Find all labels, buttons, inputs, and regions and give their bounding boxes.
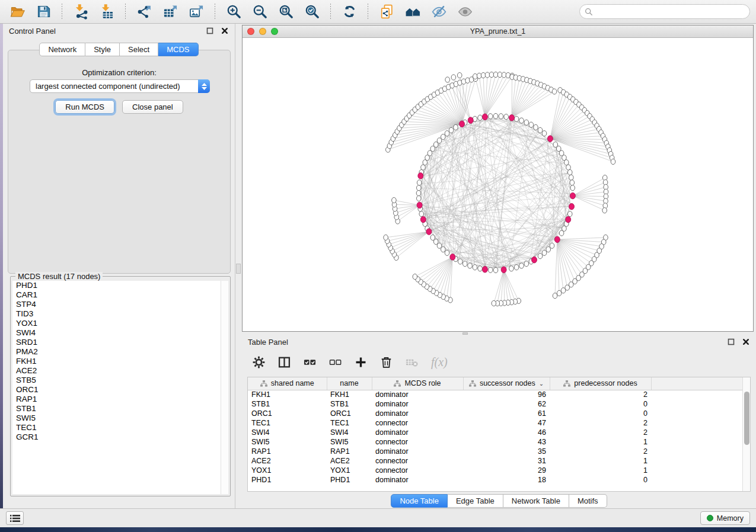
mcds-result-item[interactable]: STP4 <box>12 300 228 309</box>
mcds-result-item[interactable]: PHD1 <box>12 281 228 290</box>
toggle-columns-icon[interactable] <box>278 354 291 370</box>
tab-network[interactable]: Network <box>39 43 85 56</box>
scrollbar-thumb[interactable] <box>744 392 749 445</box>
mcds-result-item[interactable]: SRD1 <box>12 338 228 347</box>
close-panel-icon[interactable] <box>742 338 750 346</box>
column-header-predecessor-nodes[interactable]: predecessor nodes <box>550 377 651 390</box>
search-input[interactable] <box>596 7 745 16</box>
tab-motifs[interactable]: Motifs <box>569 494 607 508</box>
zoom-out-icon[interactable] <box>248 2 271 22</box>
table-cell: 2 <box>550 390 651 399</box>
zoom-selected-icon[interactable] <box>301 2 323 22</box>
status-bar: Memory <box>0 508 756 527</box>
table-row[interactable]: STB1STB1dominator620 <box>248 399 743 409</box>
optimization-criterion-select[interactable]: largest connected component (undirected) <box>30 79 210 93</box>
add-column-icon[interactable] <box>355 354 367 370</box>
table-row[interactable]: FKH1FKH1dominator962 <box>248 390 743 399</box>
table-row[interactable]: PHD1PHD1dominator180 <box>248 475 743 485</box>
mcds-result-item[interactable]: ACE2 <box>12 366 228 376</box>
table-cell: YOX1 <box>248 466 327 475</box>
tab-node-table[interactable]: Node Table <box>391 494 448 508</box>
zoom-fit-icon[interactable] <box>275 2 297 22</box>
mcds-result-item[interactable]: STB5 <box>12 376 228 385</box>
table-row[interactable]: SWI5SWI5connector431 <box>248 437 743 447</box>
table-cell: dominator <box>372 428 463 437</box>
table-cell: 62 <box>463 399 550 409</box>
mcds-result-item[interactable]: TEC1 <box>12 423 228 432</box>
table-cell-filler <box>651 456 743 466</box>
table-row[interactable]: ORC1ORC1dominator610 <box>248 409 743 418</box>
table-cell: ORC1 <box>327 409 372 418</box>
tab-style[interactable]: Style <box>85 43 120 56</box>
table-cell: ORC1 <box>248 409 327 418</box>
float-panel-icon[interactable] <box>728 338 735 346</box>
mcds-result-item[interactable]: RAP1 <box>12 395 228 404</box>
zoom-in-icon[interactable] <box>222 2 245 22</box>
mcds-result-item[interactable]: SWI4 <box>12 328 228 338</box>
save-session-icon[interactable] <box>32 2 55 22</box>
splitter-handle[interactable] <box>462 332 468 335</box>
control-panel-tabs: NetworkStyleSelectMCDS <box>3 43 235 56</box>
mcds-result-item[interactable]: FKH1 <box>12 357 228 366</box>
export-table-icon[interactable] <box>159 2 181 22</box>
select-all-columns-icon[interactable] <box>304 354 316 370</box>
copy-network-icon[interactable] <box>375 2 398 22</box>
vertical-splitter[interactable] <box>235 24 242 508</box>
export-image-icon[interactable] <box>185 2 208 22</box>
mcds-result-item[interactable]: YOX1 <box>12 319 228 328</box>
tab-edge-table[interactable]: Edge Table <box>448 494 503 508</box>
mcds-result-item[interactable]: SWI5 <box>12 414 228 423</box>
column-header-shared-name[interactable]: shared name <box>248 377 327 390</box>
column-header-successor-nodes[interactable]: successor nodes⌄ <box>463 377 550 390</box>
import-network-icon[interactable] <box>69 2 92 22</box>
search-box[interactable] <box>579 4 750 19</box>
mcds-list-scrollbar[interactable] <box>221 281 228 494</box>
export-network-icon[interactable] <box>133 2 155 22</box>
list-menu-icon <box>10 514 20 523</box>
table-row[interactable]: RAP1RAP1dominator352 <box>248 447 743 456</box>
column-settings-icon[interactable] <box>253 354 265 370</box>
mcds-result-item[interactable]: GCR1 <box>12 432 228 442</box>
status-menu-button[interactable] <box>6 511 24 525</box>
first-neighbors-icon[interactable] <box>401 2 424 22</box>
table-cell: 2 <box>550 447 651 456</box>
table-row[interactable]: ACE2ACE2connector311 <box>248 456 743 466</box>
network-window-titlebar[interactable]: YPA_prune.txt_1 <box>243 25 753 38</box>
mcds-result-list[interactable]: PHD1CAR1STP4TID3YOX1SWI4SRD1PMA2FKH1ACE2… <box>12 281 228 494</box>
close-panel-icon[interactable] <box>221 27 229 35</box>
hide-selected-icon[interactable] <box>428 2 450 22</box>
table-row[interactable]: YOX1YOX1connector291 <box>248 466 743 475</box>
table-cell: RAP1 <box>327 447 372 456</box>
table-cell: STB1 <box>248 399 327 409</box>
open-file-icon[interactable] <box>6 2 28 22</box>
mcds-result-item[interactable]: CAR1 <box>12 290 228 300</box>
network-canvas[interactable] <box>243 38 753 331</box>
refresh-icon[interactable] <box>338 2 361 22</box>
splitter-handle[interactable] <box>236 264 241 274</box>
table-cell: 2 <box>550 428 651 437</box>
tab-network-table[interactable]: Network Table <box>503 494 569 508</box>
delete-column-icon[interactable] <box>380 354 393 370</box>
column-header-name[interactable]: name <box>327 377 372 390</box>
mcds-result-item[interactable]: STB1 <box>12 404 228 414</box>
table-scrollbar[interactable] <box>742 377 750 491</box>
function-builder-icon: f(x) <box>431 354 448 370</box>
table-cell: YOX1 <box>327 466 372 475</box>
mcds-result-item[interactable]: TID3 <box>12 309 228 319</box>
table-row[interactable]: SWI4SWI4dominator462 <box>248 428 743 437</box>
deselect-all-columns-icon[interactable] <box>329 354 342 370</box>
memory-button[interactable]: Memory <box>700 511 750 525</box>
table-row[interactable]: TEC1TEC1connector472 <box>248 418 743 428</box>
mcds-result-item[interactable]: ORC1 <box>12 385 228 395</box>
import-table-icon[interactable] <box>95 2 118 22</box>
close-panel-button[interactable]: Close panel <box>122 100 183 114</box>
column-header-MCDS-role[interactable]: MCDS role <box>372 377 463 390</box>
mcds-result-item[interactable]: PMA2 <box>12 347 228 357</box>
table-cell: connector <box>372 466 463 475</box>
optimization-criterion-label: Optimization criterion: <box>8 68 230 77</box>
table-tabs: Node TableEdge TableNetwork TableMotifs <box>242 494 756 508</box>
tab-select[interactable]: Select <box>120 43 158 56</box>
run-mcds-button[interactable]: Run MCDS <box>55 100 114 114</box>
tab-mcds[interactable]: MCDS <box>158 43 198 56</box>
float-panel-icon[interactable] <box>206 27 214 35</box>
